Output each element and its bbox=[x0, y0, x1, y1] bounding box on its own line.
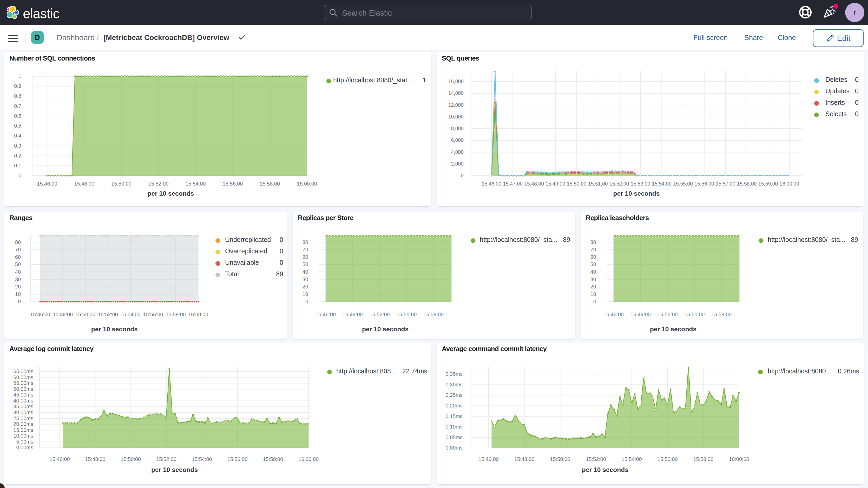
svg-text:60.00ms: 60.00ms bbox=[13, 374, 33, 380]
svg-text:15:56:00: 15:56:00 bbox=[694, 181, 714, 187]
svg-text:4,000: 4,000 bbox=[451, 149, 464, 155]
svg-text:70: 70 bbox=[303, 247, 308, 252]
svg-text:40: 40 bbox=[15, 269, 21, 275]
svg-text:0.00ms: 0.00ms bbox=[445, 445, 463, 451]
svg-text:15:59:00: 15:59:00 bbox=[758, 181, 778, 187]
svg-text:15:50:00: 15:50:00 bbox=[550, 456, 570, 462]
svg-text:15:48:00: 15:48:00 bbox=[74, 181, 94, 187]
svg-text:15:49:00: 15:49:00 bbox=[546, 181, 565, 187]
svg-text:per 10 seconds: per 10 seconds bbox=[147, 190, 194, 197]
svg-text:8,000: 8,000 bbox=[451, 125, 464, 131]
svg-text:per 10 seconds: per 10 seconds bbox=[613, 190, 659, 197]
svg-text:30: 30 bbox=[303, 276, 308, 282]
svg-text:15:52:00: 15:52:00 bbox=[657, 311, 678, 317]
svg-text:6,000: 6,000 bbox=[451, 137, 464, 143]
svg-text:15:48:00: 15:48:00 bbox=[524, 181, 544, 187]
svg-text:30: 30 bbox=[15, 276, 21, 282]
svg-text:60: 60 bbox=[303, 254, 308, 260]
svg-text:50: 50 bbox=[303, 262, 308, 267]
svg-text:15:49:00: 15:49:00 bbox=[630, 311, 651, 317]
svg-text:15:55:00: 15:55:00 bbox=[684, 311, 705, 317]
svg-text:per 10 seconds: per 10 seconds bbox=[362, 326, 408, 333]
svg-text:10: 10 bbox=[590, 291, 596, 297]
svg-text:per 10 seconds: per 10 seconds bbox=[650, 326, 696, 333]
svg-text:0.2: 0.2 bbox=[14, 153, 21, 158]
svg-text:10,000: 10,000 bbox=[448, 114, 464, 120]
svg-text:0.05ms: 0.05ms bbox=[445, 434, 463, 440]
svg-text:15:52:00: 15:52:00 bbox=[586, 456, 606, 462]
svg-text:15:55:00: 15:55:00 bbox=[673, 181, 693, 187]
svg-text:15:54:00: 15:54:00 bbox=[192, 456, 212, 462]
svg-text:15:48:00: 15:48:00 bbox=[514, 456, 534, 462]
svg-text:80: 80 bbox=[303, 239, 308, 245]
svg-text:15:52:00: 15:52:00 bbox=[610, 181, 629, 187]
svg-text:12,000: 12,000 bbox=[448, 102, 464, 108]
svg-text:15:58:00: 15:58:00 bbox=[711, 311, 732, 317]
svg-text:per 10 seconds: per 10 seconds bbox=[151, 466, 198, 473]
svg-text:15:53:00: 15:53:00 bbox=[631, 181, 650, 187]
svg-text:15:58:00: 15:58:00 bbox=[259, 181, 280, 187]
svg-text:0.3: 0.3 bbox=[14, 143, 21, 149]
svg-text:15:50:00: 15:50:00 bbox=[121, 456, 141, 462]
svg-text:0.9: 0.9 bbox=[14, 83, 21, 89]
svg-text:70: 70 bbox=[15, 247, 21, 252]
svg-text:16,000: 16,000 bbox=[448, 79, 464, 84]
svg-text:15:48:00: 15:48:00 bbox=[53, 311, 73, 317]
svg-text:1: 1 bbox=[19, 73, 21, 79]
svg-text:10: 10 bbox=[15, 291, 21, 297]
svg-text:15:54:00: 15:54:00 bbox=[622, 456, 642, 462]
svg-text:15:54:00: 15:54:00 bbox=[120, 311, 140, 317]
svg-text:15:50:00: 15:50:00 bbox=[111, 181, 131, 187]
svg-text:20: 20 bbox=[590, 284, 596, 289]
svg-text:15.00ms: 15.00ms bbox=[13, 427, 33, 433]
svg-text:5.00ms: 5.00ms bbox=[16, 439, 33, 445]
svg-text:0: 0 bbox=[461, 173, 464, 178]
svg-text:15:46:00: 15:46:00 bbox=[478, 456, 499, 462]
svg-text:60: 60 bbox=[590, 254, 596, 260]
svg-text:10: 10 bbox=[303, 291, 308, 297]
svg-text:15:52:00: 15:52:00 bbox=[156, 456, 177, 462]
svg-text:15:54:00: 15:54:00 bbox=[186, 181, 206, 187]
svg-text:40: 40 bbox=[590, 269, 596, 275]
svg-text:0.35ms: 0.35ms bbox=[445, 371, 463, 377]
svg-text:0.10ms: 0.10ms bbox=[445, 424, 463, 430]
svg-text:80: 80 bbox=[590, 239, 596, 245]
svg-text:30.00ms: 30.00ms bbox=[13, 409, 33, 415]
svg-text:45.00ms: 45.00ms bbox=[13, 392, 33, 398]
svg-text:15:56:00: 15:56:00 bbox=[143, 311, 163, 317]
svg-text:60: 60 bbox=[15, 254, 21, 260]
svg-text:15:58:00: 15:58:00 bbox=[737, 181, 757, 187]
svg-text:0.15ms: 0.15ms bbox=[445, 414, 463, 419]
svg-text:15:52:00: 15:52:00 bbox=[370, 311, 390, 317]
svg-text:10.00ms: 10.00ms bbox=[13, 433, 33, 439]
svg-text:16:00:00: 16:00:00 bbox=[298, 456, 319, 462]
svg-text:40: 40 bbox=[303, 269, 308, 275]
svg-text:20.00ms: 20.00ms bbox=[13, 421, 33, 427]
svg-text:0: 0 bbox=[593, 299, 596, 304]
svg-text:14,000: 14,000 bbox=[448, 90, 464, 96]
svg-text:15:56:00: 15:56:00 bbox=[657, 456, 678, 462]
svg-text:15:51:00: 15:51:00 bbox=[588, 181, 608, 187]
svg-text:0: 0 bbox=[305, 299, 308, 304]
svg-text:50: 50 bbox=[15, 262, 21, 267]
svg-text:15:48:00: 15:48:00 bbox=[85, 456, 105, 462]
svg-text:15:58:00: 15:58:00 bbox=[423, 311, 444, 317]
svg-text:per 10 seconds: per 10 seconds bbox=[91, 326, 138, 333]
svg-text:0.7: 0.7 bbox=[14, 103, 21, 109]
svg-text:15:55:00: 15:55:00 bbox=[396, 311, 416, 317]
svg-text:70: 70 bbox=[590, 247, 596, 252]
svg-text:0.4: 0.4 bbox=[14, 133, 21, 139]
svg-text:per 10 seconds: per 10 seconds bbox=[582, 466, 628, 473]
svg-text:15:46:00: 15:46:00 bbox=[603, 311, 624, 317]
svg-text:15:46:00: 15:46:00 bbox=[37, 181, 57, 187]
svg-text:15:52:00: 15:52:00 bbox=[98, 311, 118, 317]
svg-text:0: 0 bbox=[19, 173, 21, 178]
svg-text:25.00ms: 25.00ms bbox=[13, 416, 33, 421]
svg-text:40.00ms: 40.00ms bbox=[13, 398, 33, 403]
svg-text:55.00ms: 55.00ms bbox=[13, 380, 33, 386]
svg-text:16:00:00: 16:00:00 bbox=[729, 456, 749, 462]
svg-text:15:46:00: 15:46:00 bbox=[30, 311, 50, 317]
svg-text:15:58:00: 15:58:00 bbox=[693, 456, 713, 462]
svg-text:80: 80 bbox=[15, 239, 21, 245]
svg-text:0.25ms: 0.25ms bbox=[445, 392, 463, 398]
